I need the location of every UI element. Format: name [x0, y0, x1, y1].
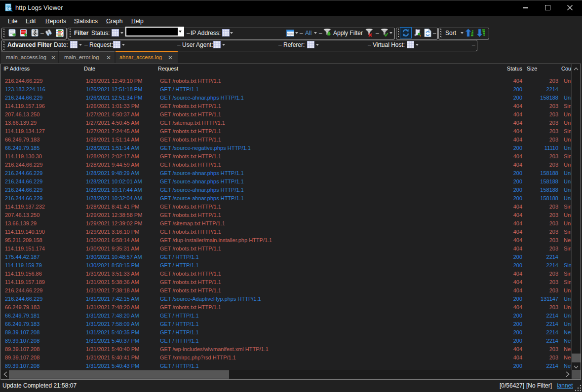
svg-text:50:[30]: 50:[30] — [287, 33, 294, 36]
